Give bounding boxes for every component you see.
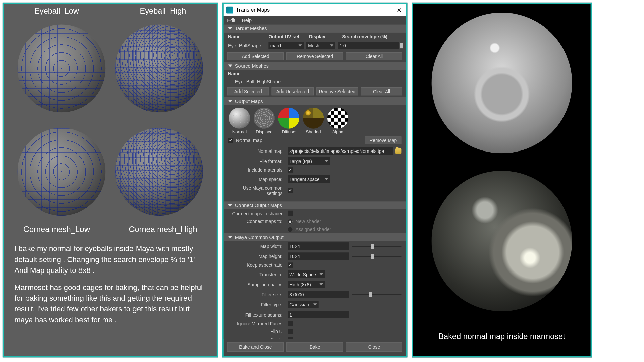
label-cornea-high: Cornea mesh_High xyxy=(129,225,197,234)
target-add-selected-button[interactable]: Add Selected xyxy=(227,52,284,60)
maximize-button[interactable]: ☐ xyxy=(381,7,389,14)
transfer-maps-window: Transfer Maps — ☐ ✕ Edit Help Target Mes… xyxy=(222,3,408,357)
uvset-select[interactable]: map1 xyxy=(268,42,304,49)
folder-icon[interactable] xyxy=(395,148,401,154)
chevron-down-icon xyxy=(313,303,317,306)
baked-normal-render-top xyxy=(431,13,572,153)
label-eyeball-low: Eyeball_Low xyxy=(34,7,79,16)
map-space-label: Map space: xyxy=(228,176,285,182)
map-height-slider[interactable] xyxy=(352,254,401,259)
target-remove-selected-button[interactable]: Remove Selected xyxy=(286,52,343,60)
connect-maps-to-label: Connect maps to: xyxy=(228,219,285,224)
minimize-button[interactable]: — xyxy=(367,7,375,14)
source-add-unselected-button[interactable]: Add Unselected xyxy=(272,87,314,96)
connect-to-shader-label: Connect maps to shader xyxy=(228,211,285,216)
filter-size-input[interactable] xyxy=(288,291,349,298)
baked-normal-render-bottom xyxy=(431,171,572,311)
keep-aspect-checkbox[interactable] xyxy=(288,262,293,268)
source-remove-selected-button[interactable]: Remove Selected xyxy=(316,87,358,96)
window-title: Transfer Maps xyxy=(236,7,270,13)
map-width-slider[interactable] xyxy=(352,243,401,249)
chevron-down-icon xyxy=(319,283,323,286)
map-type-normal[interactable]: Normal xyxy=(229,108,250,134)
chevron-down-icon xyxy=(325,160,328,162)
file-format-select[interactable]: Targa (tga) xyxy=(288,157,330,165)
label-cornea-low: Cornea mesh_Low xyxy=(23,225,90,234)
transfer-in-select[interactable]: World Space xyxy=(288,270,325,278)
normal-sphere-icon xyxy=(229,108,250,129)
target-clear-all-button[interactable]: Clear All xyxy=(346,52,402,60)
map-type-alpha[interactable]: Alpha xyxy=(327,108,348,134)
include-materials-checkbox[interactable] xyxy=(288,167,293,173)
mesh-preview-cornea-high xyxy=(115,128,203,216)
alpha-checker-icon xyxy=(327,108,348,129)
close-button[interactable]: ✕ xyxy=(395,7,404,14)
col-uvset: Output UV set xyxy=(268,34,306,39)
target-mesh-name: Eye_BallShape xyxy=(228,43,266,48)
render-caption: Baked normal map inside marmoset xyxy=(438,329,565,347)
label-eyeball-high: Eyeball_High xyxy=(140,7,186,16)
envelope-input[interactable] xyxy=(338,42,399,49)
section-output-maps[interactable]: Output Maps xyxy=(224,97,406,105)
normal-map-checkbox[interactable] xyxy=(228,138,233,143)
section-connect-output-maps[interactable]: Connect Output Maps xyxy=(224,201,406,209)
menu-bar: Edit Help xyxy=(224,16,406,24)
sampling-quality-select[interactable]: High (8x8) xyxy=(288,281,325,288)
filter-size-slider[interactable] xyxy=(352,292,401,297)
bake-and-close-button[interactable]: Bake and Close xyxy=(227,342,284,352)
filter-type-select[interactable]: Gaussian xyxy=(288,301,319,308)
map-height-input[interactable] xyxy=(288,252,349,260)
new-shader-radio[interactable] xyxy=(288,219,292,224)
mesh-preview-eyeball-low xyxy=(17,24,105,112)
left-viewport-panel: Eyeball_Low Eyeball_High Cornea mesh_Low… xyxy=(3,3,218,357)
display-select[interactable]: Mesh xyxy=(306,42,335,49)
section-maya-common-output[interactable]: Maya Common Output xyxy=(224,233,406,241)
map-height-label: Map height: xyxy=(228,254,285,259)
bake-button[interactable]: Bake xyxy=(286,342,343,352)
section-source-meshes[interactable]: Source Meshes xyxy=(224,62,406,70)
transfer-in-label: Transfer in: xyxy=(228,272,285,277)
close-window-button[interactable]: Close xyxy=(346,342,402,352)
new-shader-label: New shader xyxy=(295,219,321,224)
ignore-mirrored-checkbox[interactable] xyxy=(288,321,293,326)
source-name-label: Name xyxy=(228,71,240,76)
chevron-down-icon xyxy=(330,44,333,47)
map-type-displace[interactable]: Displace xyxy=(254,108,275,134)
chevron-down-icon xyxy=(298,44,302,47)
map-space-select[interactable]: Tangent space xyxy=(288,175,330,183)
source-mesh-name: Eye_Ball_HighShape xyxy=(228,79,281,84)
displace-sphere-icon xyxy=(254,108,275,129)
map-width-label: Map width: xyxy=(228,243,285,249)
maya-icon xyxy=(226,7,233,14)
mesh-preview-cornea-low xyxy=(17,128,105,216)
include-materials-label: Include materials xyxy=(228,167,285,173)
use-common-settings-checkbox[interactable] xyxy=(288,188,293,193)
source-add-selected-button[interactable]: Add Selected xyxy=(227,87,269,96)
filter-size-label: Filter size: xyxy=(228,292,285,297)
assigned-shader-radio[interactable] xyxy=(288,227,292,232)
remove-map-button[interactable]: Remove Map xyxy=(365,136,401,144)
flip-u-checkbox[interactable] xyxy=(288,329,293,334)
map-type-shaded[interactable]: Shaded xyxy=(303,108,324,134)
chevron-down-icon xyxy=(325,178,328,180)
map-width-input[interactable] xyxy=(288,242,349,250)
map-type-diffuse[interactable]: Diffuse xyxy=(278,108,299,134)
marmoset-render-panel: Baked normal map inside marmoset xyxy=(412,3,592,357)
flip-u-label: Flip U xyxy=(228,329,285,334)
normal-map-label: Normal map xyxy=(236,138,262,143)
file-format-label: File format: xyxy=(228,158,285,164)
ignore-mirrored-label: Ignore Mirrored Faces xyxy=(228,321,285,326)
chevron-down-icon xyxy=(319,273,323,276)
menu-edit[interactable]: Edit xyxy=(227,17,235,23)
connect-to-shader-checkbox[interactable] xyxy=(288,211,293,216)
source-clear-all-button[interactable]: Clear All xyxy=(361,87,402,96)
sampling-quality-label: Sampling quality: xyxy=(228,282,285,287)
menu-help[interactable]: Help xyxy=(241,17,252,23)
fill-seams-input[interactable] xyxy=(288,311,349,318)
window-titlebar[interactable]: Transfer Maps — ☐ ✕ xyxy=(224,4,406,16)
fill-seams-label: Fill texture seams: xyxy=(228,312,285,317)
section-target-meshes[interactable]: Target Meshes xyxy=(224,24,406,33)
mesh-preview-eyeball-high xyxy=(115,24,203,112)
normal-map-path-input[interactable] xyxy=(288,147,393,155)
keep-aspect-label: Keep aspect ratio xyxy=(228,262,285,268)
